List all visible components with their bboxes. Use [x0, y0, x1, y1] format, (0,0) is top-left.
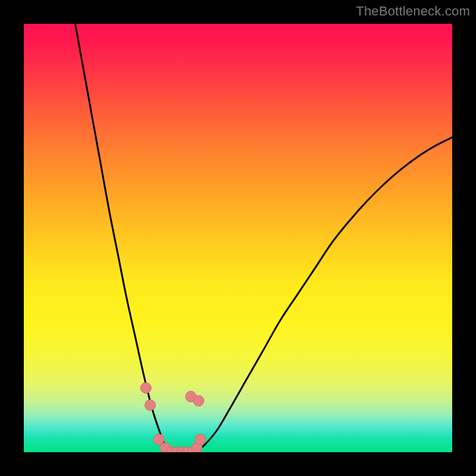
curve-group [75, 24, 452, 452]
watermark-text: TheBottleneck.com [356, 4, 470, 19]
data-marker [195, 434, 206, 444]
series-right-curve [195, 137, 452, 452]
chart-curves [24, 24, 452, 452]
plot-area [24, 24, 452, 452]
data-marker [140, 383, 151, 393]
series-left-curve [75, 24, 169, 452]
data-marker [193, 396, 204, 406]
marker-group [140, 383, 205, 452]
chart-frame: TheBottleneck.com [0, 0, 476, 476]
data-marker [145, 400, 155, 411]
